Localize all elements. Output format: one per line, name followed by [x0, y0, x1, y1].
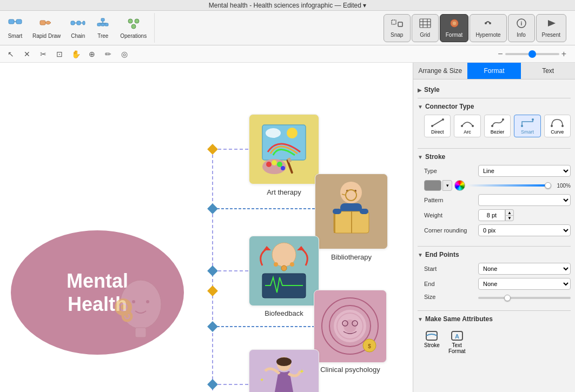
arrow-tool[interactable]: ↖	[4, 48, 17, 61]
rapid-draw-button[interactable]: Rapid Draw	[28, 14, 65, 42]
canvas[interactable]: MentalHealth	[0, 63, 413, 392]
stroke-color-dropdown[interactable]: ▾	[442, 180, 452, 191]
biofeedback-label: Biofeedback	[249, 309, 319, 317]
present-button[interactable]: Present	[536, 14, 566, 42]
connector-direct[interactable]: Direct	[424, 115, 451, 137]
end-points-header[interactable]: ▼ End Points	[418, 249, 571, 261]
tab-arrange-size[interactable]: Arrange & Size	[413, 63, 467, 79]
svg-point-117	[521, 125, 523, 127]
grid-button[interactable]: Grid	[412, 14, 439, 42]
svg-point-113	[461, 125, 463, 127]
clinical-psychology-node[interactable]: $	[314, 290, 387, 363]
present-icon	[545, 18, 558, 31]
end-points-body: Start None Arrow Circle End None	[418, 261, 571, 308]
bibliotherapy-label: Bibliotherapy	[315, 253, 388, 261]
divider-1	[418, 98, 571, 98]
stroke-color-swatch[interactable]	[424, 180, 441, 191]
svg-point-17	[131, 24, 136, 29]
style-section-header[interactable]: ▶ Style	[418, 84, 571, 96]
stroke-pattern-label: Pattern	[424, 197, 478, 203]
size-row: Size	[424, 293, 571, 301]
svg-rect-61	[130, 315, 133, 317]
tab-format[interactable]: Format	[467, 63, 521, 79]
stroke-toggle: ▼	[418, 154, 423, 160]
rapid-draw-icon	[39, 17, 54, 32]
end-row: End None Arrow Circle	[424, 278, 571, 290]
weight-input[interactable]	[478, 209, 505, 221]
stroke-type-select[interactable]: Line Dashed Dotted	[478, 165, 571, 177]
end-select[interactable]: None Arrow Circle	[478, 278, 571, 290]
connector-bezier[interactable]: Bezier	[484, 115, 511, 137]
grid-icon	[419, 18, 432, 31]
svg-rect-58	[126, 311, 128, 313]
svg-point-114	[472, 125, 474, 127]
svg-point-112	[442, 118, 444, 121]
svg-point-16	[135, 19, 139, 23]
biofeedback-node[interactable]	[249, 236, 319, 306]
start-row: Start None Arrow Circle	[424, 263, 571, 275]
corner-rounding-select[interactable]: 0 pix 2 pix 4 pix	[478, 224, 571, 236]
stroke-section-title: Stroke	[425, 153, 445, 161]
weight-down[interactable]: ▼	[505, 215, 514, 221]
svg-rect-8	[83, 21, 85, 25]
snap-button[interactable]: Snap	[384, 14, 411, 42]
make-same-text-format[interactable]: A TextFormat	[448, 329, 466, 354]
weight-up[interactable]: ▲	[505, 209, 514, 215]
connector-curve[interactable]: Curve	[544, 115, 571, 137]
svg-point-28	[489, 22, 491, 24]
stroke-color-rainbow[interactable]	[454, 180, 465, 191]
stroke-section-header[interactable]: ▼ Stroke	[418, 151, 571, 163]
pointer-tool[interactable]: ✕	[21, 48, 34, 61]
stroke-type-row: Type Line Dashed Dotted	[424, 165, 571, 177]
lasso-tool[interactable]: ◎	[118, 48, 131, 61]
svg-point-87	[281, 265, 287, 271]
svg-rect-75	[334, 211, 335, 233]
opacity-slider[interactable]	[467, 184, 551, 187]
size-slider[interactable]	[478, 297, 571, 299]
info-button[interactable]: i Info	[508, 14, 535, 42]
hypernote-button[interactable]: Hypernote	[470, 14, 506, 42]
pan-tool[interactable]: ✋	[69, 48, 82, 61]
svg-rect-19	[398, 22, 402, 26]
frame-tool[interactable]: ⊡	[53, 48, 66, 61]
tab-text[interactable]: Text	[521, 63, 575, 79]
format-button[interactable]: Format	[440, 14, 469, 42]
zoom-container: − +	[498, 49, 566, 59]
dance-therapy-node[interactable]: ✦ ✦	[249, 349, 319, 392]
stroke-weight-row: Weight ▲ ▼	[424, 209, 571, 221]
make-same-stroke[interactable]: Stroke	[424, 329, 440, 354]
svg-point-88	[274, 262, 278, 267]
right-panel: Arrange & Size Format Text ▶ Style ▼ Con…	[413, 63, 575, 392]
smart-button[interactable]: Smart	[3, 14, 27, 42]
art-therapy-node[interactable]	[249, 114, 319, 184]
tree-icon	[95, 17, 110, 32]
snap-label: Snap	[391, 32, 403, 38]
draw-tool[interactable]: ✏	[102, 48, 115, 61]
zoom-out-button[interactable]: −	[498, 49, 503, 59]
svg-point-67	[272, 160, 277, 165]
svg-rect-40	[207, 203, 218, 214]
zoom-slider[interactable]	[505, 53, 559, 55]
svg-rect-0	[9, 19, 14, 24]
zoom-in-button[interactable]: +	[561, 49, 566, 59]
connector-arc[interactable]: Arc	[454, 115, 480, 137]
bibliotherapy-node[interactable]	[315, 174, 388, 249]
make-same-header[interactable]: ▼ Make Same Attributes	[418, 313, 571, 325]
chain-button[interactable]: Chain	[66, 14, 90, 42]
connector-type-grid: Direct Arc Bezier Smart	[424, 115, 571, 137]
tree-button[interactable]: Tree	[91, 14, 115, 42]
corner-rounding-control: 0 pix 2 pix 4 pix	[478, 224, 571, 236]
connector-smart[interactable]: Smart	[514, 115, 540, 137]
svg-rect-6	[77, 21, 81, 25]
svg-rect-41	[207, 265, 218, 276]
scissors-tool[interactable]: ✂	[37, 48, 50, 61]
svg-point-27	[485, 22, 487, 24]
size-label: Size	[424, 294, 478, 300]
format-icon	[448, 18, 461, 31]
stroke-pattern-select[interactable]: Dashed	[478, 194, 571, 206]
connector-type-header[interactable]: ▼ Connector Type	[418, 101, 571, 112]
svg-point-100	[276, 357, 292, 366]
operations-button[interactable]: Operations	[116, 14, 151, 42]
start-select[interactable]: None Arrow Circle	[478, 263, 571, 275]
zoom-in-tool[interactable]: ⊕	[85, 48, 98, 61]
